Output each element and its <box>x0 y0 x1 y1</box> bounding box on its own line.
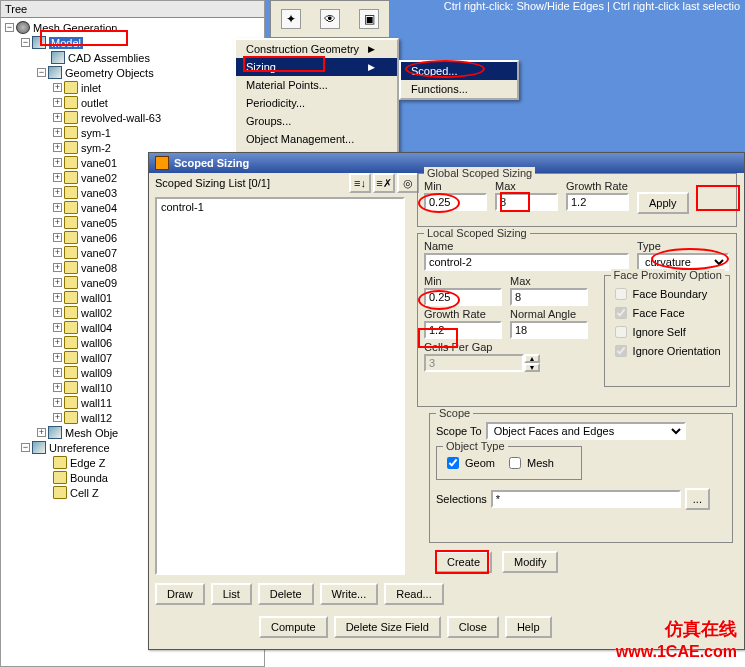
expand-icon[interactable]: + <box>53 413 62 422</box>
expand-icon[interactable]: + <box>53 143 62 152</box>
local-max-input[interactable] <box>510 288 588 306</box>
global-min-input[interactable] <box>424 193 487 211</box>
expand-icon[interactable]: + <box>53 248 62 257</box>
scope-to-select[interactable]: Object Faces and Edges <box>486 422 686 440</box>
modify-button[interactable]: Modify <box>502 551 558 573</box>
menu-item[interactable]: Scoped... <box>401 62 517 80</box>
create-button[interactable]: Create <box>435 551 492 573</box>
tree-node-item[interactable]: +revolved-wall-63 <box>5 110 264 125</box>
mesh-icon <box>48 426 62 439</box>
draw-button[interactable]: Draw <box>155 583 205 605</box>
axes-icon[interactable]: ✦ <box>281 9 301 29</box>
expand-icon[interactable]: + <box>53 383 62 392</box>
expand-icon[interactable]: + <box>53 83 62 92</box>
list-button[interactable]: List <box>211 583 252 605</box>
watermark: 仿真在线 <box>665 617 737 641</box>
menu-item[interactable]: Construction Geometry▶ <box>236 40 397 58</box>
local-gr-input[interactable] <box>424 321 502 339</box>
apply-button[interactable]: Apply <box>637 192 689 214</box>
folder-icon <box>64 141 78 154</box>
folder-icon <box>64 231 78 244</box>
write--button[interactable]: Write... <box>320 583 379 605</box>
local-min-input[interactable] <box>424 288 502 306</box>
expand-icon[interactable]: + <box>53 203 62 212</box>
expand-icon[interactable]: + <box>53 353 62 362</box>
global-max-input[interactable] <box>495 193 558 211</box>
expand-icon[interactable]: + <box>53 263 62 272</box>
expand-icon[interactable]: + <box>53 278 62 287</box>
menu-item[interactable]: Periodicity... <box>236 94 397 112</box>
global-sizing-group: Global Scoped Sizing Min Max Growth Rate… <box>417 173 737 227</box>
collapse-icon[interactable]: − <box>21 443 30 452</box>
expand-icon[interactable]: + <box>53 368 62 377</box>
mesh-checkbox[interactable]: Mesh <box>505 454 554 472</box>
expand-icon[interactable]: + <box>53 113 62 122</box>
help-button[interactable]: Help <box>505 616 552 638</box>
delete-size-field-button[interactable]: Delete Size Field <box>334 616 441 638</box>
sizing-listbox[interactable]: control-1 <box>155 197 405 575</box>
cad-icon <box>51 51 65 64</box>
tree-node-cad[interactable]: CAD Assemblies <box>5 50 264 65</box>
expand-icon[interactable]: + <box>53 158 62 167</box>
delete-button[interactable]: Delete <box>258 583 314 605</box>
stepper-down[interactable]: ▼ <box>524 363 540 372</box>
stepper-up[interactable]: ▲ <box>524 354 540 363</box>
object-type-group: Object Type Geom Mesh <box>436 446 582 480</box>
folder-icon <box>64 381 78 394</box>
folder-icon <box>64 306 78 319</box>
refresh-button[interactable]: ◎ <box>397 173 419 193</box>
cells-per-gap-input <box>424 354 524 372</box>
menu-item[interactable]: Groups... <box>236 112 397 130</box>
expand-icon[interactable]: + <box>53 128 62 137</box>
menu-item[interactable]: Functions... <box>401 80 517 98</box>
show-icon[interactable]: ▣ <box>359 9 379 29</box>
folder-icon <box>64 276 78 289</box>
tree-node-item[interactable]: +inlet <box>5 80 264 95</box>
folder-icon <box>64 81 78 94</box>
tree-panel-title: Tree <box>1 1 264 18</box>
select-all-button[interactable]: ≡↓ <box>349 173 371 193</box>
tree-node-root[interactable]: − Mesh Generation <box>5 20 264 35</box>
expand-icon[interactable]: + <box>53 218 62 227</box>
menu-item[interactable]: Material Points... <box>236 76 397 94</box>
tree-node-item[interactable]: +sym-1 <box>5 125 264 140</box>
face-face-checkbox[interactable]: Face Face <box>611 304 723 322</box>
deselect-all-button[interactable]: ≡✗ <box>373 173 395 193</box>
local-na-input[interactable] <box>510 321 588 339</box>
collapse-icon[interactable]: − <box>5 23 14 32</box>
expand-icon[interactable]: + <box>53 398 62 407</box>
compute-button[interactable]: Compute <box>259 616 328 638</box>
ignore-self-checkbox[interactable]: Ignore Self <box>611 323 723 341</box>
global-gr-input[interactable] <box>566 193 629 211</box>
tree-node-geom-objects[interactable]: − Geometry Objects <box>5 65 264 80</box>
list-item[interactable]: control-1 <box>161 201 399 213</box>
expand-icon[interactable]: + <box>53 173 62 182</box>
local-name-input[interactable] <box>424 253 629 271</box>
collapse-icon[interactable]: − <box>37 68 46 77</box>
tree-node-item[interactable]: +outlet <box>5 95 264 110</box>
expand-icon[interactable]: + <box>53 308 62 317</box>
ignore-orient-checkbox[interactable]: Ignore Orientation <box>611 342 723 360</box>
context-menu-model: Construction Geometry▶Sizing▶Material Po… <box>234 38 399 168</box>
collapse-icon[interactable]: − <box>21 38 30 47</box>
menu-item[interactable]: Object Management... <box>236 130 397 148</box>
read--button[interactable]: Read... <box>384 583 443 605</box>
geom-checkbox[interactable]: Geom <box>443 454 495 472</box>
expand-icon[interactable]: + <box>53 98 62 107</box>
menu-item[interactable]: Sizing▶ <box>236 58 397 76</box>
expand-icon[interactable]: + <box>53 233 62 242</box>
context-submenu-sizing: Scoped...Functions... <box>399 60 519 100</box>
tree-node-model[interactable]: − Model <box>5 35 264 50</box>
expand-icon[interactable]: + <box>37 428 46 437</box>
folder-icon <box>64 321 78 334</box>
face-boundary-checkbox[interactable]: Face Boundary <box>611 285 723 303</box>
expand-icon[interactable]: + <box>53 293 62 302</box>
group-title: Global Scoped Sizing <box>424 167 535 179</box>
close-button[interactable]: Close <box>447 616 499 638</box>
expand-icon[interactable]: + <box>53 188 62 197</box>
selections-input[interactable] <box>491 490 681 508</box>
selections-browse-button[interactable]: ... <box>685 488 710 510</box>
expand-icon[interactable]: + <box>53 338 62 347</box>
eye-icon[interactable]: 👁 <box>320 9 340 29</box>
expand-icon[interactable]: + <box>53 323 62 332</box>
